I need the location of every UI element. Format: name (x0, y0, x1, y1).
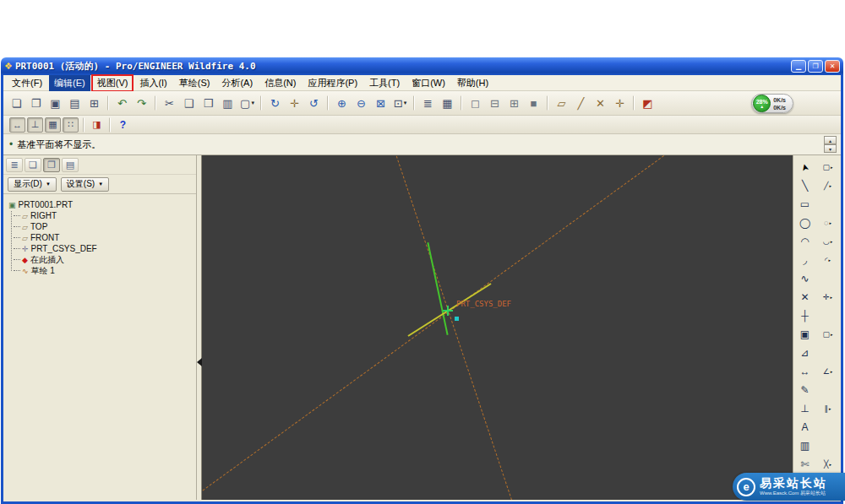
offset-edge-icon[interactable]: ▢▸ (815, 327, 840, 342)
rectangle-tool-icon[interactable]: ▭ (794, 196, 815, 213)
grid-display-toggle-icon[interactable]: ▦ (45, 117, 61, 133)
sketch-orient-icon[interactable]: ◩ (639, 95, 657, 112)
menu-help[interactable]: 帮助(H) (452, 75, 493, 91)
paste-special-icon[interactable]: ▥ (219, 95, 237, 112)
hidden-line-icon[interactable]: ⊟ (486, 95, 504, 112)
toolbar-separator (633, 95, 635, 111)
graphics-canvas[interactable]: PRT_CSYS_DEF (202, 155, 793, 500)
secondary-toolbar: ↔ ⊥ ▦ ∷ ◨ ? (3, 116, 841, 134)
select-tool-icon[interactable]: ➤ (794, 159, 815, 176)
conic-tool-icon[interactable]: ◡▸ (815, 234, 840, 249)
tree-item[interactable]: ▣ PRT0001.PRT (6, 199, 194, 210)
cut-icon[interactable]: ✂ (161, 95, 178, 112)
restore-button[interactable]: ❐ (808, 60, 823, 73)
menu-tools[interactable]: 工具(T) (364, 75, 405, 91)
constraint-display-toggle-icon[interactable]: ⊥ (27, 117, 43, 133)
message-scroll-down-button[interactable]: ▾ (824, 144, 837, 153)
save-file-icon[interactable]: ▣ (46, 95, 64, 112)
print-setup-icon[interactable]: ⊞ (85, 95, 103, 112)
copy-icon[interactable]: ❑ (180, 95, 198, 112)
refit-icon[interactable]: ⊠ (372, 95, 390, 112)
circle-tool-icon[interactable]: ◯ (794, 214, 815, 231)
minimize-button[interactable]: ▁ (791, 60, 806, 73)
spin-center-icon[interactable]: ✛ (286, 95, 303, 112)
toolbar-separator (109, 117, 111, 133)
palette-tool-icon[interactable]: ▥ (794, 437, 815, 454)
repaint-icon[interactable]: ↻ (266, 95, 284, 112)
tree-item[interactable]: ◆ 在此插入 (6, 254, 194, 265)
datum-csys-display-icon[interactable]: ✛ (611, 95, 629, 112)
point-tool-icon[interactable]: ✕ (794, 289, 815, 306)
spline-tool-icon[interactable]: ∿ (794, 270, 815, 287)
text-tool-icon[interactable]: A (794, 419, 815, 436)
zoom-in-icon[interactable]: ⊕ (333, 95, 351, 112)
menu-applications[interactable]: 应用程序(P) (303, 75, 363, 91)
constraint-alt-icon[interactable]: ∥▸ (815, 401, 840, 416)
menu-sketch[interactable]: 草绘(S) (174, 75, 215, 91)
sketcher-toolbar-row: ╲ ╱▸ (794, 176, 840, 195)
connections-icon[interactable]: ▤ (62, 158, 79, 172)
tree-item[interactable]: ▱ FRONT (6, 232, 194, 243)
layers-icon[interactable]: ≣ (419, 95, 437, 112)
context-help-icon[interactable]: ? (115, 117, 131, 133)
offset-tool-icon[interactable]: ⊿ (794, 344, 815, 361)
message-scroll-up-button[interactable]: ▴ (824, 136, 837, 144)
menu-file[interactable]: 文件(F) (7, 75, 47, 91)
tree-item[interactable]: ▱ RIGHT (6, 210, 194, 221)
undo-icon[interactable]: ↶ (113, 95, 131, 112)
tree-item[interactable]: ▱ TOP (6, 221, 194, 232)
open-file-icon[interactable]: ❐ (27, 95, 45, 112)
constraint-tool-icon[interactable]: ⊥ (794, 400, 815, 417)
menu-info[interactable]: 信息(N) (259, 75, 301, 91)
line-tool-icon[interactable]: ╲ (794, 177, 815, 194)
saved-views-icon[interactable]: ⊡ (391, 95, 409, 112)
folder-browser-icon[interactable]: ❏ (25, 158, 41, 172)
tree-item[interactable]: ∿ 草绘 1 (6, 265, 194, 276)
dim-display-toggle-icon[interactable]: ↔ (9, 117, 25, 133)
menu-window[interactable]: 窗口(W) (406, 75, 450, 91)
sketch-csys-tool-icon[interactable]: ┼ (794, 307, 815, 324)
shaded-icon[interactable]: ■ (525, 95, 542, 112)
no-hidden-icon[interactable]: ⊞ (505, 95, 523, 112)
settings-dropdown-button[interactable]: 设置(S) ▼ (61, 177, 109, 192)
wireframe-icon[interactable]: ◻ (466, 95, 484, 112)
paste-icon[interactable]: ❒ (199, 95, 217, 112)
tree-item[interactable]: ✛ PRT_CSYS_DEF (6, 243, 194, 254)
use-edge-tool-icon[interactable]: ▣ (794, 326, 815, 343)
datum-plane-display-icon[interactable]: ▱ (553, 95, 570, 112)
trim-alt-icon[interactable]: ╳▸ (815, 457, 840, 472)
menu-edit[interactable]: 编辑(E) (49, 75, 90, 91)
chevron-down-icon: ▼ (46, 182, 51, 187)
menu-analysis[interactable]: 分析(A) (216, 75, 258, 91)
line-alt-icon[interactable]: ╱▸ (815, 178, 840, 193)
sketcher-toolbar-row: A (794, 418, 840, 436)
trim-tool-icon[interactable]: ✄ (794, 456, 815, 473)
menu-insert[interactable]: 插入(I) (134, 75, 172, 91)
zoom-out-icon[interactable]: ⊖ (352, 95, 370, 112)
model-tree-tab-icon[interactable]: ≣ (6, 158, 23, 172)
dimension-tool-icon[interactable]: ↔ (794, 363, 815, 380)
orient-mode-icon[interactable]: ↺ (305, 95, 323, 112)
datum-point-display-icon[interactable]: ✕ (592, 95, 609, 112)
redo-icon[interactable]: ↷ (133, 95, 150, 112)
view-manager-icon[interactable]: ▦ (439, 95, 456, 112)
modify-tool-icon[interactable]: ✎ (794, 382, 815, 398)
fillet-tool-icon[interactable]: ◞ (794, 252, 815, 268)
sketch-view-icon[interactable]: ◨ (89, 117, 105, 133)
csys-point-icon[interactable]: ✛▸ (815, 290, 840, 305)
close-button[interactable]: ✕ (825, 60, 840, 73)
favorites-icon[interactable]: ❐ (43, 158, 60, 172)
new-file-icon[interactable]: ❏ (8, 95, 25, 112)
dimension-alt-icon[interactable]: ∠▸ (815, 364, 840, 379)
select-alt-icon[interactable]: ▢▸ (815, 160, 840, 175)
ellipse-tool-icon[interactable]: ◌▸ (815, 215, 840, 230)
download-speed-overlay[interactable]: 28% ▲ 0K/s 0K/s (751, 94, 793, 113)
select-box-icon[interactable]: ▢ (238, 95, 256, 112)
show-dropdown-button[interactable]: 显示(D) ▼ (8, 177, 57, 192)
arc-tool-icon[interactable]: ◠ (794, 233, 815, 250)
vertex-display-toggle-icon[interactable]: ∷ (63, 117, 79, 133)
fillet-alt-icon[interactable]: ◜▸ (815, 252, 840, 268)
menu-view[interactable]: 视图(V) (92, 75, 134, 91)
print-icon[interactable]: ▤ (66, 95, 84, 112)
datum-axis-display-icon[interactable]: ╱ (572, 95, 590, 112)
